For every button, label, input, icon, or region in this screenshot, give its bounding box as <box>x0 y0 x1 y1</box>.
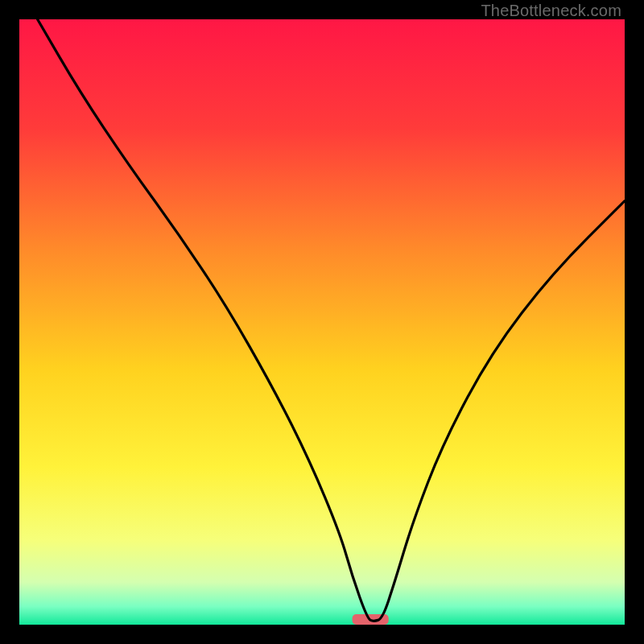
gradient-background <box>19 19 625 625</box>
watermark-text: TheBottleneck.com <box>481 2 621 20</box>
chart-svg <box>19 19 625 625</box>
chart-frame <box>19 19 625 625</box>
